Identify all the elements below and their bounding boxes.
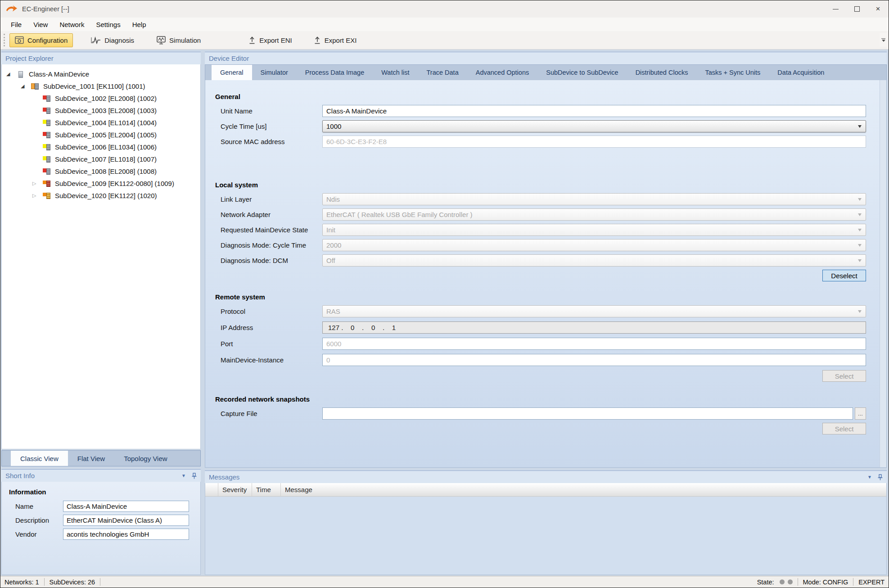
tab-tasks-sync-units[interactable]: Tasks + Sync Units [696,65,769,80]
tree-item-subdevice-1003[interactable]: SubDevice_1003 [EL2008] (1003) [2,104,200,117]
snapshots-heading: Recorded network snapshots [215,395,880,403]
maindevice-icon [16,71,26,78]
column-message[interactable]: Message [281,483,886,496]
tree-item-label: SubDevice_1008 [EL2008] (1008) [55,167,157,175]
vendor-field[interactable]: acontis technologies GmbH [63,529,189,540]
configuration-button[interactable]: Configuration [9,33,73,47]
diag-dcm-dropdown[interactable]: Off [322,254,866,267]
tree-item-subdevice-1001[interactable]: SubDevice_1001 [EK1100] (1001) [2,80,200,92]
menu-view[interactable]: View [27,19,54,30]
tab-trace-data[interactable]: Trace Data [418,65,467,80]
tree-item-subdevice-1004[interactable]: SubDevice_1004 [EL1014] (1004) [2,117,200,129]
tree-item-label: SubDevice_1004 [EL1014] (1004) [55,119,157,127]
expander-icon[interactable] [32,181,42,186]
port-field[interactable]: 6000 [322,338,866,350]
column-blank [205,483,218,496]
diagnosis-label: Diagnosis [104,36,134,44]
tree-item-subdevice-1006[interactable]: SubDevice_1006 [EL1034] (1006) [2,141,200,153]
maximize-button[interactable] [846,0,867,18]
simulation-label: Simulation [169,36,201,44]
status-bar: Networks: 1 SubDevices: 26 State: Mode: … [0,576,889,588]
capture-file-field[interactable] [322,407,853,420]
tab-classic-view[interactable]: Classic View [11,451,68,466]
description-field[interactable]: EtherCAT MainDevice (Class A) [63,515,189,526]
menu-settings[interactable]: Settings [90,19,126,30]
link-layer-dropdown[interactable]: Ndis [322,193,866,205]
diagnosis-button[interactable]: Diagnosis [86,33,140,47]
expander-icon[interactable] [6,72,16,77]
network-adapter-label: Network Adapter [221,211,322,218]
tree-item-maindevice[interactable]: Class-A MainDevice [2,68,200,80]
status-mode: Mode: CONFIG [803,579,848,586]
export-exi-button[interactable]: Export EXI [308,33,362,47]
tab-flat-view[interactable]: Flat View [68,451,114,466]
network-adapter-dropdown[interactable]: EtherCAT ( Realtek USB GbE Family Contro… [322,208,866,221]
tab-topology-view[interactable]: Topology View [114,451,176,466]
toolbar-overflow-button[interactable] [880,33,887,47]
tab-simulator[interactable]: Simulator [252,65,297,80]
state-dot-icon [788,579,793,584]
minimize-icon [833,9,839,9]
ip-address-field[interactable]: 127 . 0 . 0 . 1 [322,321,866,334]
tree-item-subdevice-1020[interactable]: SubDevice_1020 [EK1122] (1020) [2,190,200,202]
information-heading: Information [9,488,200,496]
chevron-down-icon [858,213,862,216]
tree-item-subdevice-1009[interactable]: SubDevice_1009 [EK1122-0080] (1009) [2,177,200,190]
toolbar-drag-handle[interactable] [4,34,5,46]
tab-watch-list[interactable]: Watch list [373,65,418,80]
close-button[interactable]: × [867,0,889,18]
tab-general[interactable]: General [212,65,252,80]
minimize-button[interactable] [825,0,846,18]
tab-process-data-image[interactable]: Process Data Image [297,65,373,80]
menu-network[interactable]: Network [54,19,90,30]
snapshot-select-button[interactable]: Select [822,423,866,434]
pin-icon[interactable] [878,474,883,480]
info-row-vendor: Vendor acontis technologies GmbH [8,529,200,540]
menu-file[interactable]: File [5,19,27,30]
deselect-button[interactable]: Deselect [822,270,866,281]
tree-item-subdevice-1007[interactable]: SubDevice_1007 [EL1018] (1007) [2,153,200,165]
requested-state-dropdown[interactable]: Init [322,224,866,236]
tree-item-subdevice-1005[interactable]: SubDevice_1005 [EL2004] (1005) [2,129,200,141]
maindevice-instance-field[interactable]: 0 [322,354,866,366]
column-severity[interactable]: Severity [218,483,252,496]
tree-item-subdevice-1008[interactable]: SubDevice_1008 [EL2008] (1008) [2,165,200,177]
unit-name-field[interactable]: Class-A MainDevice [322,105,866,117]
remote-select-button[interactable]: Select [822,370,866,382]
tab-distributed-clocks[interactable]: Distributed Clocks [627,65,697,80]
tree-item-subdevice-1002[interactable]: SubDevice_1002 [EL2008] (1002) [2,92,200,104]
short-info-title: Short Info [5,472,181,479]
pin-icon[interactable] [192,473,197,479]
tab-data-acquisition[interactable]: Data Acquisition [769,65,833,80]
export-icon [248,36,256,45]
diag-cycle-value: 2000 [326,241,341,249]
browse-button[interactable]: ... [855,407,866,420]
tab-advanced-options[interactable]: Advanced Options [467,65,538,80]
diag-dcm-row: Diagnosis Mode: DCM Off [221,254,866,267]
capture-file-row: Capture File ... [221,407,866,420]
chevron-down-icon [858,310,862,313]
configuration-icon [15,36,24,44]
cycle-time-dropdown[interactable]: 1000 [322,120,866,132]
menu-help[interactable]: Help [126,19,152,30]
vertical-scrollbar[interactable] [880,80,886,467]
export-eni-button[interactable]: Export ENI [243,33,298,47]
link-layer-label: Link Layer [221,195,322,203]
diag-cycle-dropdown[interactable]: 2000 [322,239,866,251]
tab-subdevice-to-subdevice[interactable]: SubDevice to SubDevice [537,65,627,80]
name-field[interactable]: Class-A MainDevice [63,501,189,512]
expander-icon[interactable] [21,84,31,89]
expander-icon[interactable] [32,193,42,198]
cycle-time-row: Cycle Time [us] 1000 [221,120,866,132]
protocol-dropdown[interactable]: RAS [322,305,866,317]
name-label: Name [8,502,63,510]
collapse-panel-icon[interactable]: ▼ [867,475,872,479]
toolbar: Configuration Diagnosis Simulation Expor… [0,31,889,50]
title-bar: EC-Engineer [--] × [0,0,889,18]
simulation-button[interactable]: Simulation [151,33,206,47]
project-explorer-panel: Project Explorer Class-A MainDevice SubD… [1,52,201,575]
tree-item-label: Class-A MainDevice [29,70,89,78]
column-time[interactable]: Time [252,483,281,496]
collapse-panel-icon[interactable]: ▼ [181,473,186,478]
maximize-icon [854,6,860,12]
